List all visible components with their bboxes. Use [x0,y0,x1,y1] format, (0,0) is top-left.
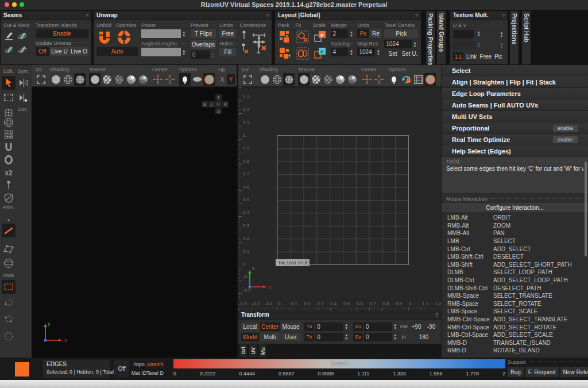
tab-projections[interactable]: Projections [510,11,519,64]
lasso-area-tool[interactable] [2,296,16,310]
tab-script-hub[interactable]: Script Hub [522,11,531,64]
rotate-plus90-button[interactable]: +90 [409,322,423,331]
texture-image-3d-icon[interactable] [125,73,137,86]
protect-tool[interactable] [2,191,16,205]
texel-d-button[interactable]: Texel D [145,369,165,377]
tab-packing-properties[interactable]: Packing Properties [426,11,435,64]
fit-selected-icon[interactable] [295,46,310,61]
new-release-button[interactable]: New Release [560,367,588,377]
texture-checker-3d-icon[interactable] [101,73,113,86]
texture-image-dim-3d-icon[interactable] [137,73,149,86]
up-y-button[interactable]: Y [227,74,235,84]
up-x-button[interactable]: X [218,74,226,84]
section-help-select[interactable]: Help Select (Edges) [442,145,588,157]
unfold-icon[interactable] [96,29,113,45]
update-unwrap-live-o-button[interactable]: Live O [69,47,88,56]
tv-input[interactable]: 0▲▼ [315,333,350,341]
pin-delete-constraint-icon[interactable] [239,43,250,54]
pack-selected-icon[interactable] [278,46,292,61]
texture-checker-uv-icon[interactable] [310,73,322,86]
realtime-enable-button[interactable]: enable [553,136,578,143]
select-tool[interactable] [2,76,16,90]
unfold-sidebar-tool[interactable] [2,140,16,154]
view-back-button[interactable]: B [202,101,208,107]
view-right-button[interactable]: R [222,101,229,107]
section-auto-seams[interactable]: Auto Seams | Full AUTO UVs [442,99,588,111]
view-left-button[interactable]: L [208,101,215,107]
frame-all-3d-icon[interactable] [35,73,47,86]
cut-loop-tool-icon[interactable] [3,44,15,55]
texture-image-dim-uv-icon[interactable] [346,73,358,86]
remove-all-constraints-icon[interactable] [250,34,268,52]
transform-local-button[interactable]: Local [241,322,259,331]
weld-loop-tool-icon[interactable] [17,44,28,55]
texture-mult-help-button[interactable]: ? [502,13,505,18]
seams-display-3d-icon[interactable] [203,73,215,86]
spacing-input[interactable]: 4▲▼ [331,48,354,56]
texture-none-3d-icon[interactable] [89,73,100,86]
su-input[interactable]: 0▲▼ [364,322,399,331]
marquee-select-tool[interactable] [2,91,16,105]
optimize-icon[interactable] [116,29,132,45]
center-selection-3d-icon[interactable] [152,73,164,86]
light-uv-icon[interactable] [388,73,400,86]
optimize-sidebar-tool[interactable] [2,153,16,167]
flatten-3d-icon[interactable] [191,73,203,86]
tu-chip[interactable]: Tu [304,322,314,331]
island-tool[interactable] [2,256,16,270]
sv-chip[interactable]: Sv [353,333,363,341]
update-unwrap-live-u-button[interactable]: Live U [50,47,69,56]
margin-input[interactable]: 2▲▼ [331,29,354,38]
symmetry-local-tool[interactable] [17,91,30,105]
tab-uv[interactable]: UV [249,344,257,357]
transform-mouse-button[interactable]: Mouse [281,322,301,331]
section-multi-uv[interactable]: Multi UV Sets [442,111,588,122]
units-re-button[interactable]: Re [370,29,381,38]
transform-world-button[interactable]: World [241,333,259,341]
grid-display-icon[interactable] [412,73,424,86]
fit-icon[interactable] [295,29,310,44]
light-3d-icon[interactable] [179,73,191,86]
transform-user-button[interactable]: User [281,333,301,341]
rotate-minus90-button[interactable]: -90 [424,322,438,331]
cut-tool-icon[interactable] [3,30,15,41]
angles-lengths-input[interactable]: ▲▼ [141,48,187,56]
polygon-tool[interactable] [2,242,16,256]
stretch-button[interactable]: Stretch [145,360,165,368]
proportional-enable-button[interactable]: enable [553,125,578,132]
pic-button[interactable]: Pic [494,53,502,60]
weld-tool-icon[interactable] [17,30,28,41]
display-off-button[interactable]: Off [114,360,129,377]
overlaps-button[interactable]: Overlaps [191,40,216,49]
shading-wire-solid-3d-icon[interactable] [74,73,86,86]
shading-wireframe-3d-icon[interactable] [62,73,74,86]
transform-islands-enable-button[interactable]: Enable [36,29,88,38]
bug-button[interactable]: Bug [508,367,524,377]
texel-pick-button[interactable]: Pick [384,29,418,38]
feature-request-button[interactable]: F. Request [525,367,559,377]
view-bottom-button[interactable]: B [215,108,222,114]
uv-tile-close-button[interactable]: X [303,259,310,266]
polygon-area-tool[interactable] [2,312,16,326]
map-rez-input[interactable]: 1024▲▼ [357,48,381,56]
lock-rotation-icon[interactable] [400,73,412,86]
t-flips-button[interactable]: T Flips [191,29,216,38]
pack-icon[interactable] [278,29,292,44]
texel-scale-icon[interactable]: P [312,29,328,44]
texel-set-u-button[interactable]: Set U. [401,49,418,58]
shading-wireframe-uv-icon[interactable] [271,73,283,86]
section-edge-loop[interactable]: Edge Loop Parameters [442,88,588,99]
view-top-button[interactable]: T [215,94,222,101]
tv-chip[interactable]: Tv [304,333,314,341]
texture-checker-dim-3d-icon[interactable] [113,73,125,86]
tu-input[interactable]: 0▲▼ [315,322,350,331]
right-panel-scrollbar[interactable] [585,162,587,256]
unwrap-help-button[interactable]: ? [266,13,269,18]
edge-color-swatch[interactable] [15,362,29,377]
free-button[interactable]: Free [479,53,492,60]
circle-area-tool[interactable] [2,329,16,343]
viewport-uv[interactable]: 1.31.21.110.90.80.70.60.50.40.30.20.10-0… [238,87,441,311]
texel-set-button[interactable]: Set [384,49,401,58]
viewport-3d[interactable]: T B L F R B y x [32,87,237,358]
texture-image-uv-icon[interactable] [334,73,346,86]
